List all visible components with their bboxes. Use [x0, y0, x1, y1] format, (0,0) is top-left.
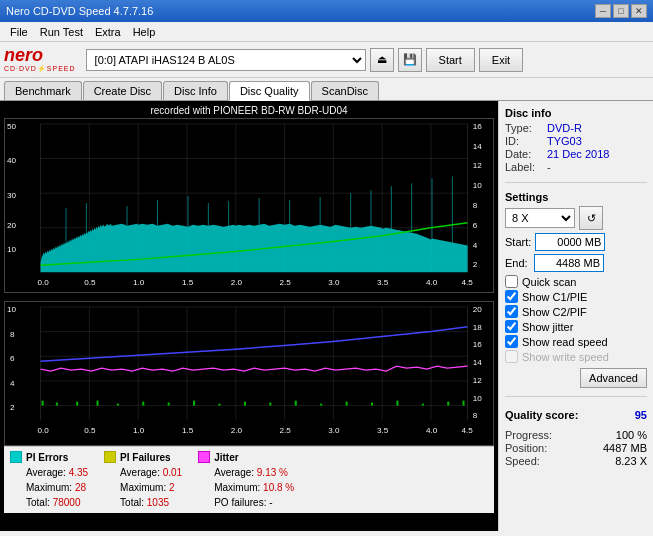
tab-disc-info[interactable]: Disc Info: [163, 81, 228, 100]
divider-1: [505, 182, 647, 183]
show-c1-checkbox[interactable]: [505, 290, 518, 303]
svg-text:0.0: 0.0: [38, 278, 50, 287]
svg-text:2.5: 2.5: [280, 426, 292, 435]
menu-run-test[interactable]: Run Test: [34, 25, 89, 39]
menu-help[interactable]: Help: [127, 25, 162, 39]
svg-text:10: 10: [7, 246, 17, 255]
nero-logo-text: nero: [4, 46, 76, 64]
show-c2-label: Show C2/PIF: [522, 306, 587, 318]
show-jitter-checkbox[interactable]: [505, 320, 518, 333]
svg-rect-72: [56, 403, 58, 406]
svg-text:50: 50: [7, 122, 17, 131]
lower-chart-svg: 20 18 16 14 12 10 8 10 8 6 4 2 0.0 0.5: [5, 302, 493, 445]
svg-rect-77: [168, 403, 170, 406]
show-write-speed-checkbox[interactable]: [505, 350, 518, 363]
tab-create-disc[interactable]: Create Disc: [83, 81, 162, 100]
tab-benchmark[interactable]: Benchmark: [4, 81, 82, 100]
jitter-label: Jitter: [214, 450, 294, 465]
svg-text:4.5: 4.5: [461, 426, 473, 435]
drive-select[interactable]: [0:0] ATAPI iHAS124 B AL0S: [86, 49, 366, 71]
position-row: Position: 4487 MB: [505, 442, 647, 454]
show-write-speed-label: Show write speed: [522, 351, 609, 363]
svg-text:3.0: 3.0: [328, 278, 340, 287]
speed-select[interactable]: 8 X: [505, 208, 575, 228]
exit-button[interactable]: Exit: [479, 48, 523, 72]
progress-section: Progress: 100 % Position: 4487 MB Speed:…: [505, 429, 647, 468]
show-read-speed-row: Show read speed: [505, 335, 647, 348]
svg-text:40: 40: [7, 157, 17, 166]
chart-title: recorded with PIONEER BD-RW BDR-UD04: [4, 105, 494, 116]
svg-text:14: 14: [473, 142, 483, 151]
end-setting-row: End:: [505, 254, 647, 272]
disc-id-row: ID: TYG03: [505, 135, 647, 147]
window-controls: ─ □ ✕: [595, 4, 647, 18]
speed-refresh-button[interactable]: ↺: [579, 206, 603, 230]
legend-pi-errors: PI Errors Average: 4.35 Maximum: 28 Tota…: [10, 450, 88, 510]
disc-type-row: Type: DVD-R: [505, 122, 647, 134]
pi-errors-icon: [10, 451, 22, 463]
tab-disc-quality[interactable]: Disc Quality: [229, 81, 310, 101]
minimize-button[interactable]: ─: [595, 4, 611, 18]
eject-button[interactable]: ⏏: [370, 48, 394, 72]
advanced-button[interactable]: Advanced: [580, 368, 647, 388]
svg-text:4.0: 4.0: [426, 426, 438, 435]
show-c1-row: Show C1/PIE: [505, 290, 647, 303]
pi-errors-label: PI Errors: [26, 450, 88, 465]
svg-rect-88: [447, 402, 449, 406]
disc-label-value: -: [547, 161, 551, 173]
svg-rect-81: [269, 403, 271, 406]
main-content: recorded with PIONEER BD-RW BDR-UD04: [0, 101, 653, 531]
end-mb-input[interactable]: [534, 254, 604, 272]
svg-text:0.5: 0.5: [84, 426, 96, 435]
quality-score-row: Quality score: 95: [505, 409, 647, 421]
pi-failures-total: Total: 1035: [120, 495, 182, 510]
pi-errors-total: Total: 78000: [26, 495, 88, 510]
svg-rect-87: [422, 404, 424, 406]
lower-chart: 20 18 16 14 12 10 8 10 8 6 4 2 0.0 0.5: [4, 301, 494, 446]
svg-text:3.5: 3.5: [377, 278, 389, 287]
end-mb-label: End:: [505, 257, 530, 269]
svg-rect-78: [193, 401, 195, 406]
app-title: Nero CD-DVD Speed 4.7.7.16: [6, 5, 153, 17]
pi-failures-label: PI Failures: [120, 450, 182, 465]
chart-area: recorded with PIONEER BD-RW BDR-UD04: [0, 101, 498, 531]
upper-chart-wrapper: 16 14 12 10 8 6 4 2 50 40 30 20 10: [4, 118, 494, 293]
svg-text:8: 8: [10, 330, 15, 339]
svg-rect-82: [295, 401, 297, 406]
tab-scandisc[interactable]: ScanDisc: [311, 81, 379, 100]
position-value: 4487 MB: [603, 442, 647, 454]
disc-id-label: ID:: [505, 135, 543, 147]
svg-text:1.0: 1.0: [133, 278, 145, 287]
settings-section: Settings 8 X ↺ Start: End: Quick scan: [505, 191, 647, 388]
svg-text:8: 8: [473, 201, 478, 210]
maximize-button[interactable]: □: [613, 4, 629, 18]
menu-file[interactable]: File: [4, 25, 34, 39]
show-read-speed-checkbox[interactable]: [505, 335, 518, 348]
start-button[interactable]: Start: [426, 48, 475, 72]
settings-title: Settings: [505, 191, 647, 203]
toolbar: nero CD·DVD⚡SPEED [0:0] ATAPI iHAS124 B …: [0, 42, 653, 78]
jitter-text: Jitter Average: 9.13 % Maximum: 10.8 % P…: [214, 450, 294, 510]
pi-failures-icon: [104, 451, 116, 463]
menu-bar: File Run Test Extra Help: [0, 22, 653, 42]
position-label: Position:: [505, 442, 547, 454]
disc-info-title: Disc info: [505, 107, 647, 119]
lower-chart-wrapper: 20 18 16 14 12 10 8 10 8 6 4 2 0.0 0.5: [4, 297, 494, 446]
quick-scan-checkbox[interactable]: [505, 275, 518, 288]
svg-text:1.0: 1.0: [133, 426, 145, 435]
disc-info-section: Disc info Type: DVD-R ID: TYG03 Date: 21…: [505, 107, 647, 174]
svg-rect-89: [463, 401, 465, 406]
svg-rect-74: [97, 401, 99, 406]
svg-text:1.5: 1.5: [182, 426, 194, 435]
save-button[interactable]: 💾: [398, 48, 422, 72]
svg-text:30: 30: [7, 191, 17, 200]
speed-label: Speed:: [505, 455, 540, 467]
close-button[interactable]: ✕: [631, 4, 647, 18]
menu-extra[interactable]: Extra: [89, 25, 127, 39]
pi-failures-text: PI Failures Average: 0.01 Maximum: 2 Tot…: [120, 450, 182, 510]
show-c2-checkbox[interactable]: [505, 305, 518, 318]
svg-text:3.5: 3.5: [377, 426, 389, 435]
start-mb-input[interactable]: [535, 233, 605, 251]
show-jitter-row: Show jitter: [505, 320, 647, 333]
legend-jitter: Jitter Average: 9.13 % Maximum: 10.8 % P…: [198, 450, 294, 510]
